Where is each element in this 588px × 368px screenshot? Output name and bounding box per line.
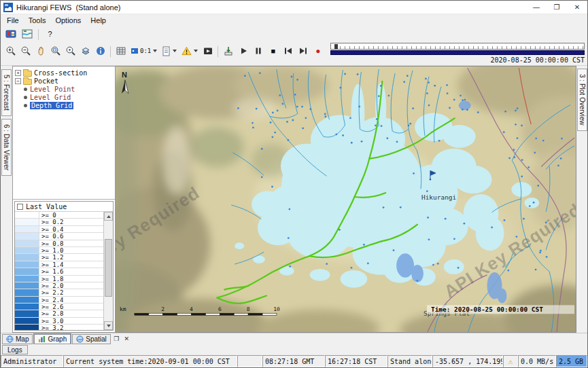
svg-text:km: km xyxy=(120,306,126,312)
chart-icon xyxy=(38,335,46,343)
menu-options[interactable]: Options xyxy=(50,16,86,25)
tree-item-depth-grid[interactable]: Depth Grid xyxy=(15,101,115,109)
animation-icon[interactable] xyxy=(201,45,215,58)
globe-icon xyxy=(6,335,14,343)
map-toolbar-icons: 0:1 ■ ● xyxy=(3,43,325,59)
timeline-ruler[interactable] xyxy=(330,43,585,50)
legend-row: >= 3.2 xyxy=(15,325,103,330)
legend-panel: Last Value >= 0>= 0.2>= 0.4>= 0.6>= 0.8>… xyxy=(14,201,114,331)
legend-row: >= 1.4 xyxy=(15,261,103,268)
record-icon[interactable]: ● xyxy=(311,45,325,58)
grid-icon[interactable] xyxy=(114,45,128,58)
expand-icon[interactable]: + xyxy=(15,70,21,76)
menu-help[interactable]: Help xyxy=(86,16,111,25)
status-mode: Stand alone xyxy=(387,355,432,367)
timeline-range-bar[interactable] xyxy=(330,50,585,55)
toolbar-separator xyxy=(218,46,218,57)
scale-selector-value: 0:1 xyxy=(140,48,151,54)
legend-label: >= 0.2 xyxy=(39,219,64,225)
legend-row: >= 2.4 xyxy=(15,297,103,303)
thresholds-warning-dropdown[interactable] xyxy=(179,45,200,58)
pan-hand-icon[interactable] xyxy=(33,45,48,58)
tab-map[interactable]: Map xyxy=(2,334,33,344)
map-display-icon[interactable] xyxy=(20,28,34,41)
collapse-icon[interactable]: − xyxy=(15,78,21,84)
legend-scrollbar[interactable] xyxy=(103,212,113,330)
play-icon[interactable] xyxy=(236,45,250,58)
timeline-current-marker[interactable] xyxy=(334,44,338,49)
logs-bar: Logs xyxy=(1,344,587,355)
toolbar-separator xyxy=(110,46,111,57)
tab-data-viewer[interactable]: 6 : Data Viewer xyxy=(1,119,12,176)
logs-button[interactable]: Logs xyxy=(2,345,28,354)
status-system-time: Current system time:2020-09-01 00:00 CST xyxy=(63,355,237,367)
bottom-tab-bar: Map Graph Spatial ❐ ✕ xyxy=(1,333,587,344)
zoom-out-icon[interactable] xyxy=(18,45,33,58)
legend-label: >= 2.8 xyxy=(39,310,64,316)
info-icon[interactable] xyxy=(93,45,107,58)
legend-color-swatch xyxy=(15,310,39,316)
zoom-extent-icon[interactable] xyxy=(63,45,77,58)
layers-icon[interactable] xyxy=(78,45,92,58)
legend-row: >= 2.0 xyxy=(15,282,103,289)
scroll-down-icon[interactable] xyxy=(104,321,113,330)
maximize-button[interactable]: ❐ xyxy=(547,1,567,14)
current-time-label: 2020-08-25 00:00:00 CST xyxy=(491,56,585,64)
close-button[interactable]: ✕ xyxy=(567,1,587,14)
scale-selector-dropdown[interactable]: 0:1 xyxy=(128,45,159,58)
legend-color-swatch xyxy=(15,276,39,282)
pause-icon[interactable] xyxy=(251,45,265,58)
zoom-in-icon[interactable] xyxy=(3,45,18,58)
tab-forecast[interactable]: 5 : Forecast xyxy=(1,69,12,116)
svg-text:4: 4 xyxy=(190,306,193,312)
legend-label: >= 1.2 xyxy=(39,254,64,260)
legend-label: >= 1.0 xyxy=(39,247,64,253)
legend-row: >= 0.4 xyxy=(15,226,103,233)
svg-text:Time: 2020-08-25 00:00:00 CST: Time: 2020-08-25 00:00:00 CST xyxy=(431,306,543,313)
tree-item-level-point[interactable]: Level Point xyxy=(15,85,115,93)
tree-item-pocket[interactable]: − Pocket xyxy=(15,77,115,85)
layers-tree: + Cross-section − Pocket Level Point Lev… xyxy=(13,67,115,200)
legend-color-swatch xyxy=(15,247,39,253)
profile-document-dropdown[interactable] xyxy=(160,45,179,58)
tab-spatial[interactable]: Spatial xyxy=(72,334,111,344)
step-forward-icon[interactable] xyxy=(296,45,310,58)
folder-icon xyxy=(23,79,32,85)
legend-row: >= 2.6 xyxy=(15,303,103,310)
legend-row: >= 0.2 xyxy=(15,219,103,225)
map-canvas[interactable]: API Key Required API Key Required Hikura… xyxy=(116,67,576,332)
minimize-button[interactable]: — xyxy=(526,1,547,14)
legend-color-swatch xyxy=(15,233,39,239)
svg-text:10: 10 xyxy=(273,306,280,312)
right-tab-strip: 3 : Plot Overview xyxy=(576,66,587,333)
scrollbar-thumb[interactable] xyxy=(105,239,112,297)
zoom-box-icon[interactable] xyxy=(48,45,63,58)
menu-file[interactable]: File xyxy=(2,16,24,25)
map-view[interactable]: API Key Required API Key Required Hikura… xyxy=(116,66,576,333)
chevron-down-icon xyxy=(194,50,198,52)
fews-explorer-icon[interactable] xyxy=(3,28,18,41)
tab-graph[interactable]: Graph xyxy=(34,334,71,344)
panel-close-icon[interactable]: ✕ xyxy=(122,335,131,344)
panel-maximize-icon[interactable]: ❐ xyxy=(112,335,121,344)
tree-item-level-grid[interactable]: Level Grid xyxy=(15,93,115,101)
menu-tools[interactable]: Tools xyxy=(24,16,51,25)
scrollbar-track[interactable] xyxy=(104,221,113,321)
left-panel: + Cross-section − Pocket Level Point Lev… xyxy=(12,66,116,333)
scroll-up-icon[interactable] xyxy=(104,212,113,221)
last-value-checkbox[interactable] xyxy=(17,204,23,210)
legend-list: >= 0>= 0.2>= 0.4>= 0.6>= 0.8>= 1.0>= 1.2… xyxy=(15,212,103,330)
legend-label: >= 0.6 xyxy=(39,233,64,239)
stop-icon[interactable]: ■ xyxy=(266,45,280,58)
tab-plot-overview[interactable]: 3 : Plot Overview xyxy=(577,69,587,131)
status-bar: Administrator Current system time:2020-0… xyxy=(1,355,587,367)
tree-item-cross-section[interactable]: + Cross-section xyxy=(15,69,115,77)
status-warning-icon[interactable]: ⚠ xyxy=(503,355,518,367)
export-animation-icon[interactable] xyxy=(221,45,235,58)
svg-text:2: 2 xyxy=(161,306,165,312)
step-back-icon[interactable] xyxy=(281,45,295,58)
help-icon[interactable]: ? xyxy=(43,28,57,41)
legend-label: >= 1.8 xyxy=(39,276,64,282)
folder-icon xyxy=(23,71,32,77)
status-coordinates: -35.657 , 174.199 xyxy=(432,355,503,367)
